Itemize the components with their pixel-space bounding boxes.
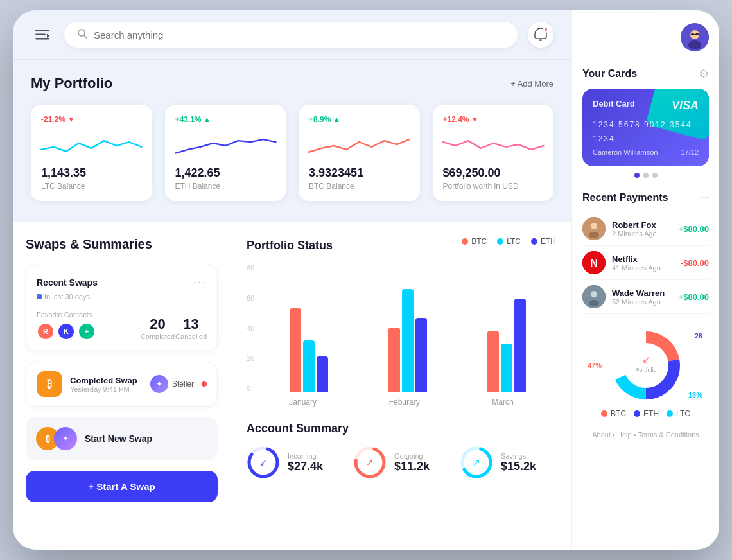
mar-eth-bar: [514, 299, 526, 392]
stellar-badge: ✦ Steller: [150, 375, 194, 393]
svg-text:Portfolio: Portfolio: [635, 367, 656, 373]
avatar-3: +: [78, 322, 96, 340]
your-cards-title: Your Cards: [582, 68, 637, 80]
ltc-value: 1,143.35: [41, 166, 142, 180]
btc-label: BTC Balance: [309, 182, 410, 191]
stellar-swap-icon: ✦: [54, 427, 77, 450]
left-panel: Swaps & Summaries Recent Swaps ··· In la…: [13, 222, 231, 550]
ltc-change: -21.2% ▼: [41, 115, 142, 124]
recent-swaps-card: Recent Swaps ··· In last 30 days Favorit…: [26, 265, 218, 351]
menu-button[interactable]: [31, 23, 54, 46]
svg-line-5: [84, 35, 87, 38]
notification-button[interactable]: [528, 22, 553, 48]
eth-card: +43.1% ▲ 1,422.65 ETH Balance: [165, 105, 286, 201]
svg-point-28: [591, 291, 597, 297]
about-link[interactable]: About: [592, 431, 611, 439]
ltc-label: LTC Balance: [41, 182, 142, 191]
cards-settings-icon[interactable]: ⚙: [699, 67, 709, 81]
outgoing-value: $11.2k: [394, 460, 430, 473]
start-swap-button[interactable]: + Start A Swap: [26, 471, 218, 502]
card-number-row1: 1234 5678 9012 3544: [593, 120, 699, 129]
right-sidebar: Your Cards ⚙ Debit Card VISA 1234 5678 9…: [571, 10, 719, 550]
usd-label: Portfolio worth in USD: [443, 182, 544, 191]
card-accent: [645, 89, 709, 141]
march-bars: [457, 299, 556, 392]
payment-item-2: N Netflix 41 Minutes Ago -$80.00: [582, 246, 709, 280]
card-holder: Cameron Williamson: [593, 148, 658, 156]
footer-links: About • Help • Terms & Conditions: [582, 431, 709, 439]
completed-swap-card: ₿ Completed Swap Yesterday 9:41 PM ✦ Ste…: [26, 362, 218, 407]
svg-text:↗: ↗: [473, 457, 480, 468]
svg-rect-20: [694, 34, 695, 35]
card-number-row2: 1234: [593, 134, 699, 143]
card-dot-2[interactable]: [643, 173, 649, 178]
payment-info-2: Netflix 41 Minutes Ago: [612, 254, 661, 272]
start-new-swap[interactable]: ₿ ✦ Start New Swap: [26, 417, 218, 460]
payment-amount-1: +$80.00: [679, 224, 709, 234]
usd-change: +12.4% ▼: [443, 115, 544, 124]
feb-ltc-bar: [402, 289, 414, 392]
savings-value: $15.2k: [501, 460, 536, 473]
jan-eth-bar: [317, 356, 328, 392]
ltc-percent: 18%: [688, 391, 702, 399]
add-more-button[interactable]: + Add More: [510, 79, 553, 89]
payment-avatar-2: N: [582, 251, 606, 274]
swaps-title: Swaps & Summaries: [26, 237, 218, 252]
svg-rect-18: [691, 33, 694, 35]
card-dots: [582, 173, 709, 178]
svg-point-23: [591, 223, 597, 229]
start-new-label: Start New Swap: [85, 433, 152, 444]
chart-panel: Portfolio Status BTC LTC ETH: [231, 222, 571, 550]
svg-text:↙: ↙: [641, 354, 650, 365]
ltc-legend: LTC: [507, 237, 521, 246]
ltc-chart: [41, 129, 142, 160]
card-type: Debit Card: [593, 99, 635, 109]
svg-rect-19: [695, 33, 699, 35]
status-dot: [202, 381, 207, 387]
completed-stat: 20 Completed: [141, 316, 175, 340]
feb-eth-bar: [415, 318, 427, 392]
usd-chart: [443, 129, 544, 160]
eth-legend: ETH: [541, 237, 556, 246]
portfolio-title: My Portfolio: [31, 75, 112, 92]
january-bars: [259, 308, 358, 392]
incoming-value: $27.4k: [288, 460, 323, 473]
your-cards-section: Your Cards ⚙ Debit Card VISA 1234 5678 9…: [582, 67, 709, 178]
payment-item-1: Robert Fox 2 Minutes Ago +$80.00: [582, 212, 709, 246]
outgoing-card: ↗ Outgoing $11.2k: [353, 446, 449, 479]
jan-btc-bar: [290, 308, 301, 392]
card-dot-3[interactable]: [652, 173, 658, 178]
swap-info: Completed Swap Yesterday 9:41 PM: [70, 376, 143, 393]
incoming-label: Incoming: [288, 452, 323, 460]
svg-text:↗: ↗: [366, 457, 374, 468]
card-dot-1[interactable]: [634, 173, 640, 178]
search-input[interactable]: [94, 30, 505, 40]
help-link[interactable]: Help: [617, 431, 632, 439]
feb-btc-bar: [388, 328, 400, 392]
svg-marker-3: [47, 34, 49, 39]
btc-change: +8.9% ▲: [309, 115, 410, 124]
svg-rect-0: [35, 30, 49, 31]
btc-value: 3.9323451: [309, 166, 410, 180]
payment-avatar-3: [582, 285, 606, 308]
payment-info-3: Wade Warren 52 Minutes Ago: [612, 288, 665, 306]
eth-label: ETH Balance: [175, 182, 276, 191]
savings-label: Savings: [501, 452, 536, 460]
donut-chart: ↙ Portfolio: [607, 327, 684, 404]
search-bar[interactable]: [64, 22, 518, 48]
eth-value: 1,422.65: [175, 166, 276, 180]
account-summary-title: Account Summary: [247, 422, 556, 435]
terms-link[interactable]: Terms & Conditions: [638, 431, 699, 439]
portfolio-section: My Portfolio + Add More -21.2% ▼ 1,143.3…: [13, 60, 571, 222]
payment-amount-2: -$80.00: [681, 258, 709, 268]
payments-more-icon[interactable]: ···: [699, 191, 709, 204]
recent-swaps-sublabel: In last 30 days: [37, 293, 207, 301]
chart-labels: January Feburary March: [247, 392, 556, 407]
recent-swaps-menu[interactable]: ···: [193, 276, 207, 289]
chart-legend: BTC LTC ETH: [462, 237, 556, 246]
btc-legend: BTC: [471, 237, 487, 246]
user-avatar[interactable]: [681, 23, 709, 51]
jan-ltc-bar: [303, 340, 315, 392]
svg-point-29: [589, 300, 599, 306]
avatar-row: R K +: [37, 322, 141, 340]
